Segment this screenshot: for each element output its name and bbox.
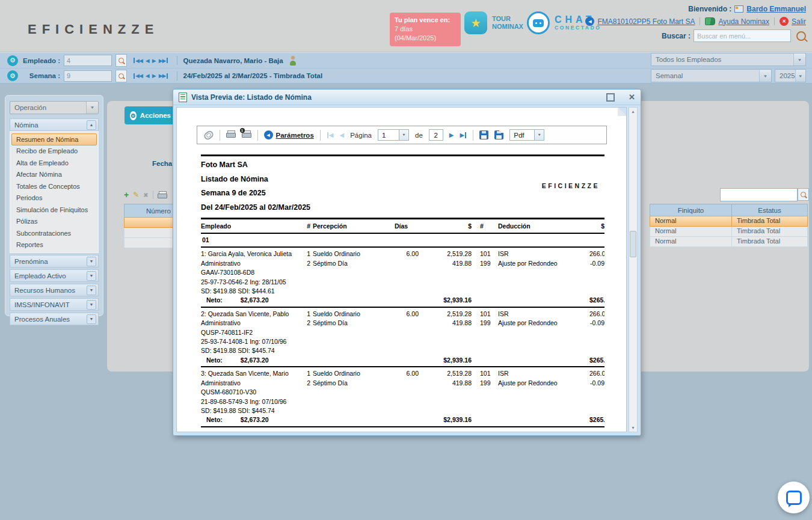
next-page-button[interactable]: [449, 132, 454, 138]
scrollbar-thumb[interactable]: [630, 231, 636, 257]
report-cell: ISR: [498, 310, 589, 319]
period-type-select[interactable]: Semanal: [651, 69, 772, 82]
paperclip-icon[interactable]: [203, 129, 215, 141]
next-employee-button[interactable]: [152, 58, 156, 64]
report-cell: [395, 346, 427, 355]
sidebar-item[interactable]: Resumen de Nómina: [11, 133, 97, 145]
print-current-page-button[interactable]: 1: [242, 130, 251, 139]
week-search-button[interactable]: [115, 70, 127, 82]
report-cell: 2,519.28: [427, 310, 472, 319]
week-actions-icon[interactable]: [7, 70, 18, 81]
employee-scope-value: Todos los Empleados: [656, 56, 721, 63]
page-number-select[interactable]: 1: [378, 129, 409, 141]
last-employee-button[interactable]: [159, 58, 168, 64]
prev-page-button[interactable]: [340, 132, 345, 138]
operation-select[interactable]: Operación: [10, 101, 99, 114]
report-cell: [472, 397, 498, 406]
sidebar-section-header[interactable]: Empleado Activo▼: [10, 269, 99, 282]
week-number-input[interactable]: [64, 70, 112, 82]
next-week-button[interactable]: [152, 73, 156, 79]
sidebar-item[interactable]: Alta de Empleado: [11, 157, 97, 169]
print-icon[interactable]: [158, 191, 167, 199]
help-link[interactable]: Ayuda Nominax: [718, 17, 769, 26]
tour-nominax-button[interactable]: TOUR NOMINAX: [464, 11, 523, 34]
employee-label: Empleado :: [22, 57, 60, 64]
scroll-up-icon[interactable]: [629, 109, 637, 114]
prev-week-button[interactable]: [146, 73, 149, 79]
first-week-button[interactable]: [133, 73, 143, 79]
logout-link[interactable]: Salir: [792, 17, 806, 26]
user-link[interactable]: Bardo Emmanuel: [746, 5, 806, 13]
grid-filter-input[interactable]: [720, 188, 798, 201]
report-cell: 2: Quezada San Vicente, Pablo: [201, 310, 303, 319]
sidebar-item[interactable]: Pólizas: [11, 216, 97, 228]
expand-icon[interactable]: ▼: [87, 271, 96, 281]
expand-icon[interactable]: ▼: [87, 300, 96, 310]
sidebar-section-header[interactable]: Procesos Anuales▼: [10, 313, 99, 325]
export-format-value: Pdf: [514, 132, 524, 139]
employee-number-input[interactable]: [64, 55, 112, 66]
report-cell: [395, 397, 427, 406]
first-page-button[interactable]: [327, 132, 334, 138]
sidebar-item[interactable]: Periodos: [11, 192, 97, 204]
expand-icon[interactable]: ▼: [87, 257, 96, 266]
prev-employee-button[interactable]: [146, 58, 149, 64]
report-cell: [589, 328, 604, 337]
status-grid-row[interactable]: NormalTimbrada Total: [650, 237, 808, 247]
print-button[interactable]: [226, 130, 236, 139]
report-cell: 419.88: [427, 379, 472, 388]
last-page-button[interactable]: [460, 132, 467, 138]
delete-icon[interactable]: [143, 192, 148, 198]
sidebar-item[interactable]: Afectar Nómina: [11, 169, 97, 181]
menu-search-input[interactable]: [694, 29, 791, 42]
period-type-value: Semanal: [656, 72, 683, 79]
employee-scope-select[interactable]: Todos los Empleados: [651, 53, 806, 66]
company-link[interactable]: FMA810102PP5 Foto Mart SA: [597, 17, 695, 26]
first-employee-button[interactable]: [133, 58, 143, 64]
save-as-icon[interactable]: [494, 130, 503, 139]
close-button[interactable]: [629, 93, 635, 102]
sidebar-item[interactable]: Subcontrataciones: [11, 227, 97, 239]
edit-icon[interactable]: [133, 191, 139, 199]
report-cell: 266.05: [589, 369, 604, 378]
sidebar-section-header[interactable]: Prenómina▼: [10, 255, 99, 268]
year-select[interactable]: 2025: [775, 69, 806, 82]
report-cell: [395, 268, 427, 277]
maximize-button[interactable]: [606, 93, 615, 102]
report-cell: 2: [303, 379, 313, 388]
grid-filter-search-button[interactable]: [798, 188, 809, 201]
sidebar-item[interactable]: Simulación de Finiquitos: [11, 204, 97, 216]
save-icon[interactable]: [479, 130, 488, 139]
collapse-icon[interactable]: ▲: [87, 120, 96, 130]
sidebar-item[interactable]: Recibo de Empleado: [11, 145, 97, 158]
parametros-button[interactable]: Parámetros: [264, 130, 314, 139]
search-icon[interactable]: [796, 31, 806, 41]
report-cell: [589, 388, 604, 397]
expand-icon[interactable]: ▼: [87, 314, 96, 324]
estatus-column-header[interactable]: Estatus: [732, 204, 808, 216]
add-icon[interactable]: [124, 190, 129, 200]
expand-icon[interactable]: ▼: [87, 286, 96, 295]
status-grid-row[interactable]: NormalTimbrada Total: [650, 216, 808, 227]
report-cell: [395, 319, 427, 328]
sidebar-section-header[interactable]: Nómina▲: [10, 118, 99, 131]
chat-launcher-button[interactable]: [778, 482, 810, 513]
switch-company-icon[interactable]: [585, 17, 594, 26]
employee-actions-icon[interactable]: [7, 55, 18, 66]
export-format-select[interactable]: Pdf: [509, 129, 544, 141]
acciones-button[interactable]: Acciones: [125, 106, 176, 124]
sidebar-section-header[interactable]: IMSS/INFONAVIT▼: [10, 298, 99, 311]
status-grid-cell: Timbrada Total: [732, 237, 808, 247]
finiquito-column-header[interactable]: Finiquito: [650, 204, 732, 216]
sidebar-section-header[interactable]: Recursos Humanos▼: [10, 284, 99, 296]
sidebar-item[interactable]: Reportes: [11, 239, 97, 251]
scroll-down-icon[interactable]: [629, 426, 637, 430]
last-week-button[interactable]: [159, 73, 168, 79]
report-column-header: #: [472, 222, 498, 231]
viewer-scrollbar[interactable]: [629, 107, 638, 432]
sidebar-item[interactable]: Totales de Conceptos: [11, 180, 97, 192]
report-cell: [472, 346, 498, 355]
employee-search-button[interactable]: [115, 54, 127, 67]
status-grid-row[interactable]: NormalTimbrada Total: [650, 227, 808, 237]
grid-toolbar: [124, 190, 167, 200]
